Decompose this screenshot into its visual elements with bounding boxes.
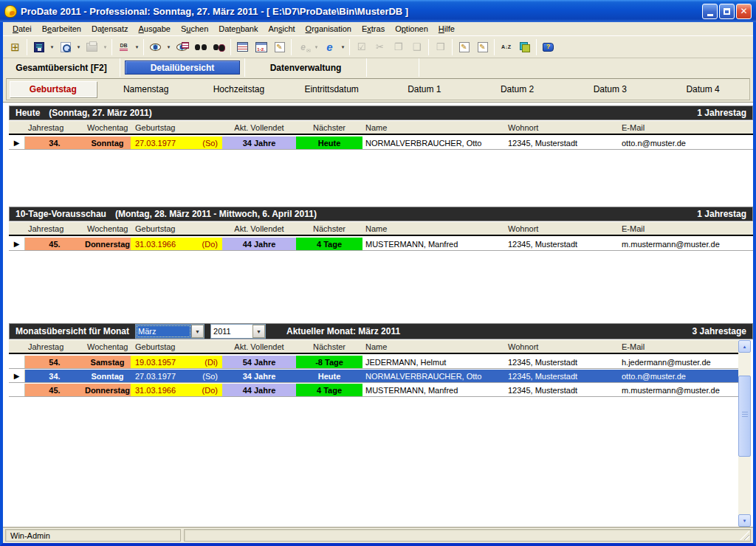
database-export-dropdown[interactable]: ▼ <box>133 38 141 56</box>
calendar-dates-button[interactable]: 1-2. <box>252 38 270 56</box>
print-button[interactable] <box>83 38 101 56</box>
month-select[interactable]: März ▼ <box>135 324 205 339</box>
save-dropdown[interactable]: ▼ <box>48 38 56 56</box>
maximize-button[interactable] <box>719 4 735 19</box>
cell-email: m.mustermann@muster.de <box>618 238 753 250</box>
tab-datum-1[interactable]: Datum 1 <box>378 79 471 100</box>
open-browser-dropdown[interactable]: ▼ <box>339 38 347 56</box>
tab-datum-2[interactable]: Datum 2 <box>471 79 564 100</box>
send-email-dropdown[interactable]: ▼ <box>312 38 320 56</box>
menu-bearbeiten[interactable]: Bearbeiten <box>37 23 86 35</box>
new-record-icon: ⊞ <box>10 41 20 52</box>
menu-ausgabe[interactable]: Ausgabe <box>133 23 175 35</box>
tab-hochzeitstag[interactable]: Hochzeitstag <box>193 79 286 100</box>
calendar-dates-icon: 1-2. <box>255 42 267 52</box>
cut-button[interactable]: ✂ <box>371 38 389 56</box>
menu-suchen[interactable]: Suchen <box>176 23 213 35</box>
table-row[interactable]: ▶ 34. Sonntag 27.03.1977(So) 34 Jahre He… <box>9 136 753 150</box>
save-button[interactable] <box>30 38 48 56</box>
month-count-badge: 3 Jahrestage <box>693 326 746 336</box>
calendar-overview-button[interactable] <box>233 38 252 56</box>
cell-vollendet: 44 Jahre <box>222 238 296 250</box>
tab-datenverwaltung[interactable]: Datenverwaltung <box>245 58 366 77</box>
cell-wohnort: 12345, Musterstadt <box>505 384 618 396</box>
edit-record-button[interactable]: ✎ <box>455 38 473 56</box>
row-indicator: ▶ <box>9 238 25 250</box>
row-indicator <box>9 384 25 396</box>
new-record-button[interactable]: ⊞ <box>6 38 24 56</box>
copy-button[interactable]: ❐ <box>389 38 408 56</box>
minimize-button[interactable] <box>702 4 718 19</box>
save-icon <box>34 42 44 52</box>
tab-detailuebersicht[interactable]: Detailübersicht <box>122 58 243 77</box>
window-cascade-button[interactable] <box>515 38 534 56</box>
tab-geburtstag[interactable]: Geburtstag <box>7 79 100 100</box>
month-select-button[interactable]: ▼ <box>191 325 204 338</box>
scroll-down-button[interactable]: ▼ <box>738 514 751 527</box>
table-row-selected[interactable]: ▶ 34. Sonntag 27.03.1977(So) 34 Jahre He… <box>9 370 738 383</box>
tab-datum-4[interactable]: Datum 4 <box>656 79 749 100</box>
menu-organisation[interactable]: Organisation <box>300 23 357 35</box>
copy-record-button[interactable]: ❒ <box>431 38 450 56</box>
status-message-panel <box>184 529 751 542</box>
search-button[interactable] <box>191 38 210 56</box>
database-export-button[interactable]: DB <box>114 38 133 56</box>
print-preview-button[interactable] <box>56 38 75 56</box>
checklist-button[interactable]: ☑ <box>352 38 371 56</box>
send-email-button[interactable]: e <box>294 38 312 56</box>
toolbar-separator <box>143 39 144 55</box>
print-preview-dropdown[interactable]: ▼ <box>75 38 83 56</box>
status-bar: Win-Admin <box>3 527 753 543</box>
menu-extras[interactable]: Extras <box>357 23 390 35</box>
current-row-arrow-icon: ▶ <box>14 139 20 147</box>
sort-az-icon: A↓Z <box>501 44 511 49</box>
scrollbar-thumb[interactable] <box>738 376 751 457</box>
year-select[interactable]: 2011 ▼ <box>210 324 266 339</box>
year-select-button[interactable]: ▼ <box>252 325 265 338</box>
view-options-button[interactable] <box>146 38 165 56</box>
table-row[interactable]: ▶ 45. Donnerstag 31.03.1966(Do) 44 Jahre… <box>9 238 753 251</box>
table-row[interactable]: 54. Samstag 19.03.1957(Di) 54 Jahre -8 T… <box>9 356 738 369</box>
print-dropdown[interactable]: ▼ <box>101 38 109 56</box>
paste-button[interactable]: ❑ <box>408 38 426 56</box>
search-table-button[interactable] <box>210 38 228 56</box>
toolbar-separator <box>291 39 292 55</box>
chevron-down-icon: ▼ <box>77 45 81 49</box>
menu-optionen[interactable]: Optionen <box>390 23 433 35</box>
vertical-scrollbar[interactable]: ▲ ▼ <box>738 340 751 527</box>
cascade-icon <box>520 42 530 52</box>
menu-ansicht[interactable]: Ansicht <box>263 23 300 35</box>
scroll-up-button[interactable]: ▲ <box>738 340 751 353</box>
tab-namenstag[interactable]: Namenstag <box>100 79 193 100</box>
cell-name: NORMALVERBRAUCHER, Otto <box>362 136 505 149</box>
resize-grip[interactable] <box>740 531 749 540</box>
tab-datum-3[interactable]: Datum 3 <box>564 79 657 100</box>
menu-datei[interactable]: Datei <box>7 23 37 35</box>
menu-hilfe[interactable]: Hilfe <box>433 23 460 35</box>
table-row[interactable]: 45. Donnerstag 31.03.1966(Do) 44 Jahre 4… <box>9 384 738 397</box>
column-naechster: Nächster <box>296 224 362 233</box>
edit-memo-button[interactable]: ✎ <box>473 38 492 56</box>
column-vollendet: Akt. Vollendet <box>222 224 296 233</box>
toolbar: ⊞ ▼ ▼ ▼ DB ▼ ▼ 1-2. ✎ e ▼ e ▼ ☑ ✂ ❐ ❑ ❒ … <box>3 35 753 58</box>
month-select-value: März <box>136 325 191 338</box>
sort-az-button[interactable]: A↓Z <box>497 38 515 56</box>
column-geburtstag: Geburtstag <box>131 224 222 233</box>
close-icon: ✕ <box>740 7 747 15</box>
row-indicator <box>9 356 25 368</box>
open-browser-button[interactable]: e <box>320 38 339 56</box>
month-title: Monatsübersicht für Monat <box>16 326 129 336</box>
cell-geburtstag: 31.03.1966(Do) <box>131 238 222 250</box>
close-button[interactable]: ✕ <box>736 4 752 19</box>
tab-gesamtuebersicht[interactable]: Gesamtübersicht [F2] <box>3 58 120 77</box>
notes-button[interactable]: ✎ <box>270 38 289 56</box>
view-table-button[interactable] <box>173 38 191 56</box>
menu-datenbank[interactable]: Datenbank <box>213 23 263 35</box>
tab-eintrittsdatum[interactable]: Eintrittsdatum <box>285 79 378 100</box>
menu-datensatz[interactable]: Datensatz <box>86 23 134 35</box>
view-options-dropdown[interactable]: ▼ <box>165 38 173 56</box>
column-wohnort: Wohnort <box>505 123 618 132</box>
row-indicator: ▶ <box>9 370 25 382</box>
help-button[interactable]: ? <box>539 38 557 56</box>
toolbar-separator <box>428 39 429 55</box>
